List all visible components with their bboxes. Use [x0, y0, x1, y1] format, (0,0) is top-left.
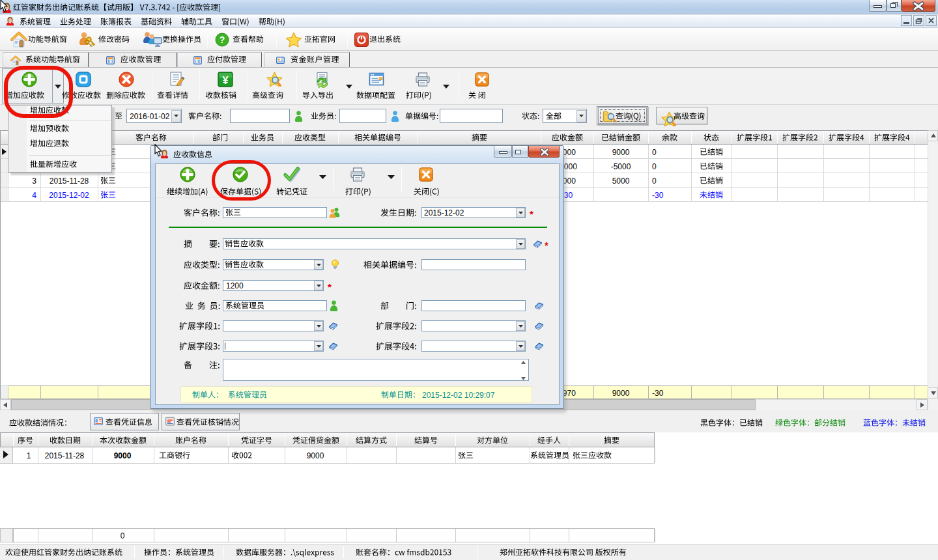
svg-text:¥: ¥ [223, 75, 229, 86]
svg-text:?: ? [220, 35, 225, 45]
